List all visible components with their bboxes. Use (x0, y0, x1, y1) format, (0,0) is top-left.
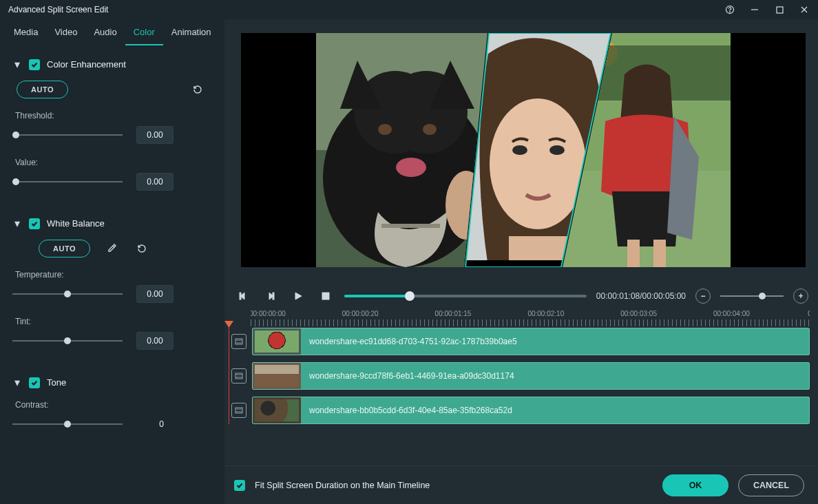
preview[interactable] (241, 33, 806, 267)
section-tone: ▾ Tone Contrast: 0 (0, 365, 224, 448)
track-row: wondershare-9ccd78f6-6eb1-4469-91ea-a09d… (229, 362, 810, 390)
svg-rect-3 (777, 7, 783, 13)
svg-point-16 (378, 124, 392, 135)
auto-button[interactable]: AUTO (17, 81, 68, 98)
play-button[interactable] (289, 287, 307, 305)
svg-rect-47 (235, 408, 242, 413)
timeline-ruler[interactable]: 00:00:00:0000:00:00:2000:00:01:1500:00:0… (251, 310, 810, 326)
svg-point-24 (549, 145, 565, 155)
tint-value[interactable]: 0.00 (136, 332, 174, 350)
chevron-down-icon[interactable]: ▾ (12, 217, 22, 230)
svg-rect-44 (235, 373, 242, 379)
track-type-icon[interactable] (231, 334, 247, 349)
contrast-slider[interactable] (12, 417, 123, 431)
side-panel: Media Video Audio Color Animation ▾ Colo… (0, 19, 224, 504)
contrast-label: Contrast: (12, 397, 209, 414)
clip-label: wondershare-9ccd78f6-6eb1-4469-91ea-a09d… (309, 371, 514, 381)
close-icon[interactable] (792, 0, 817, 19)
reset-icon[interactable] (189, 81, 207, 98)
tab-media[interactable]: Media (6, 20, 46, 45)
zoom-in-button[interactable]: + (793, 288, 808, 304)
svg-marker-39 (295, 293, 302, 300)
ok-button[interactable]: OK (662, 474, 728, 496)
value-slider[interactable] (12, 175, 123, 189)
section-color-enhancement: ▾ Color Enhancement AUTO Threshold: 0.00… (0, 47, 224, 206)
temperature-value[interactable]: 0.00 (136, 285, 174, 303)
timeline-clip[interactable]: wondershare-9ccd78f6-6eb1-4469-91ea-a09d… (252, 362, 810, 390)
time-display: 00:00:01:08/00:00:05:00 (596, 291, 686, 301)
clip-thumb (253, 328, 301, 355)
timeline-tracks: wondershare-ec91dd68-d703-4751-92ac-1787… (229, 328, 810, 424)
ruler-time: 00:00:00:20 (342, 310, 379, 317)
ruler-time: 00:00:01:15 (435, 310, 472, 317)
tab-color[interactable]: Color (125, 20, 163, 45)
ruler-time: 00:00:02:10 (527, 310, 564, 317)
window-title: Advanced Split Screen Edit (8, 5, 108, 14)
tab-video[interactable]: Video (46, 20, 85, 45)
ruler-time: 00:00:04:00 (713, 310, 750, 317)
checkbox-color-enhancement[interactable] (29, 59, 40, 70)
reset-icon[interactable] (133, 240, 151, 258)
svg-rect-36 (240, 293, 241, 300)
auto-button[interactable]: AUTO (39, 240, 90, 258)
maximize-icon[interactable] (767, 0, 792, 19)
clip-label: wondershare-bb0b5cdd-6d3f-40e4-85ae-35fb… (309, 406, 512, 415)
help-icon[interactable] (717, 0, 742, 19)
playback-seek[interactable] (344, 295, 587, 297)
stop-button[interactable] (317, 287, 335, 305)
track-row: wondershare-ec91dd68-d703-4751-92ac-1787… (229, 328, 810, 355)
tab-audio[interactable]: Audio (85, 20, 125, 45)
value-value[interactable]: 0.00 (136, 173, 174, 191)
ruler-time: 00:00:03:05 (620, 310, 657, 317)
eyedropper-icon[interactable] (103, 240, 120, 258)
title-bar: Advanced Split Screen Edit (0, 0, 818, 19)
split-screen-canvas (316, 33, 731, 267)
svg-point-18 (396, 158, 426, 177)
timeline-clip[interactable]: wondershare-ec91dd68-d703-4751-92ac-1787… (252, 328, 810, 355)
checkbox-tone[interactable] (29, 377, 40, 388)
checkbox-fit-duration[interactable] (234, 480, 245, 491)
footer: Fit Split Screen Duration on the Main Ti… (224, 465, 818, 504)
svg-rect-33 (627, 240, 640, 267)
svg-rect-40 (322, 293, 329, 300)
track-type-icon[interactable] (231, 368, 247, 384)
clip-thumb (253, 363, 301, 389)
tab-animation[interactable]: Animation (163, 20, 220, 45)
next-frame-button[interactable] (262, 287, 280, 305)
threshold-label: Threshold: (12, 108, 209, 125)
svg-rect-38 (273, 293, 274, 300)
zoom-slider[interactable] (720, 295, 784, 297)
svg-point-1 (730, 12, 731, 12)
ruler-time: 00:00:00:00 (251, 310, 286, 317)
threshold-slider[interactable] (12, 128, 123, 142)
prev-frame-button[interactable] (234, 287, 252, 305)
side-tabs: Media Video Audio Color Animation (0, 19, 224, 47)
main-area: 00:00:01:08/00:00:05:00 − + 00:00:00:000… (224, 19, 818, 504)
svg-rect-41 (235, 339, 242, 344)
svg-rect-34 (653, 240, 666, 267)
temperature-label: Temperature: (12, 267, 209, 284)
svg-point-17 (423, 124, 437, 135)
track-type-icon[interactable] (231, 403, 247, 418)
clip-thumb (253, 397, 301, 423)
chevron-down-icon[interactable]: ▾ (12, 58, 22, 71)
checkbox-white-balance[interactable] (29, 218, 40, 229)
chevron-down-icon[interactable]: ▾ (12, 376, 22, 389)
svg-point-23 (512, 145, 527, 155)
playhead[interactable] (229, 325, 229, 424)
minimize-icon[interactable] (742, 0, 767, 19)
playback-bar: 00:00:01:08/00:00:05:00 − + (229, 282, 818, 310)
zoom-out-button[interactable]: − (695, 288, 711, 304)
tint-label: Tint: (12, 314, 209, 330)
timeline-clip[interactable]: wondershare-bb0b5cdd-6d3f-40e4-85ae-35fb… (252, 397, 810, 424)
temperature-slider[interactable] (12, 287, 123, 301)
tint-slider[interactable] (12, 334, 123, 348)
cancel-button[interactable]: CANCEL (738, 474, 804, 496)
threshold-value[interactable]: 0.00 (136, 126, 174, 144)
contrast-value[interactable]: 0 (136, 415, 164, 433)
value-label: Value: (12, 155, 209, 171)
section-title: White Balance (47, 218, 105, 229)
track-row: wondershare-bb0b5cdd-6d3f-40e4-85ae-35fb… (229, 397, 810, 424)
clip-label: wondershare-ec91dd68-d703-4751-92ac-1787… (309, 337, 517, 346)
fit-duration-label: Fit Split Screen Duration on the Main Ti… (255, 481, 430, 490)
